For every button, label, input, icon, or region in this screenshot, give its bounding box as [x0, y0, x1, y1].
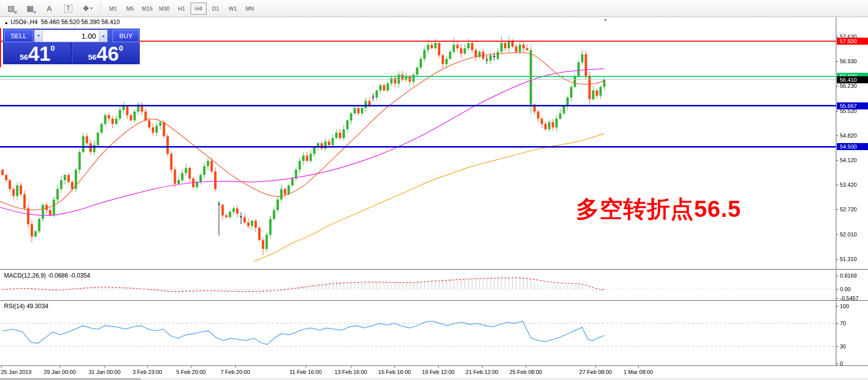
- volume-decrease-button[interactable]: ▼: [34, 30, 43, 42]
- volume-increase-button[interactable]: ▲: [99, 30, 108, 42]
- timeframe-mn[interactable]: MN: [242, 3, 258, 15]
- sell-price-display[interactable]: 56410: [4, 43, 71, 64]
- time-tickmark: [351, 366, 351, 368]
- time-label: 11 Feb 16:00: [290, 369, 322, 375]
- time-label: 13 Feb 16:00: [335, 369, 367, 375]
- scrollbar-thumb[interactable]: [0, 378, 141, 380]
- time-tickmark: [482, 366, 483, 368]
- timeframe-buttons: M1M5M15M30H1H4D1W1MN: [105, 3, 258, 15]
- price-tickmark: [836, 136, 838, 136]
- price-tick-label: 54.820: [840, 132, 857, 139]
- timeframe-h1[interactable]: H1: [173, 3, 189, 15]
- rsi-tick-label: 30: [840, 343, 846, 350]
- chart-quotes: 56.460 56.520 56.390 56.410: [41, 19, 120, 26]
- time-tickmark: [60, 366, 60, 368]
- red-vline-object: [0, 28, 1, 67]
- time-tickmark: [596, 366, 596, 368]
- collapse-arrow-icon[interactable]: ▲: [4, 20, 9, 25]
- macd-tickmark: [836, 289, 838, 290]
- time-label: 29 Jan 00:00: [44, 369, 76, 375]
- rsi-tickmark: [836, 346, 838, 347]
- chart-ohlc-header: ▲USOil-,H4 56.460 56.520 56.390 56.410: [4, 19, 120, 26]
- price-scale[interactable]: 57.63056.93056.23055.52054.82054.12053.4…: [836, 17, 868, 269]
- volume-stepper: ▼ ▲: [34, 30, 108, 42]
- rsi-tick-label: 100: [840, 303, 849, 310]
- rsi-tickmark: [836, 363, 838, 364]
- price-tickmark: [836, 61, 838, 62]
- time-label: 1 Mar 08:00: [624, 369, 653, 375]
- price-tick-label: 53.420: [840, 181, 857, 188]
- price-tickmark: [836, 234, 838, 235]
- price-tickmark: [836, 160, 838, 161]
- toolbar: ▨E▦FAT❖▾ M1M5M15M30H1H4D1W1MN: [0, 0, 868, 17]
- timeframe-d1[interactable]: D1: [208, 3, 224, 15]
- price-tick-label: 54.120: [840, 157, 857, 164]
- timeframe-m30[interactable]: M30: [156, 3, 172, 15]
- macd-scale[interactable]: 0.81690.00-0.5457: [836, 271, 868, 300]
- styles-icon[interactable]: ❖▾: [80, 2, 94, 15]
- time-tickmark: [526, 366, 526, 368]
- rsi-panel: 10070300 RSI(14) 49.3034: [0, 301, 868, 366]
- macd-label: MACD(12,26,9) -0.0686 -0.0354: [4, 272, 90, 279]
- time-tickmark: [105, 366, 105, 368]
- macd-values: -0.0686 -0.0354: [48, 272, 90, 279]
- time-tickmark: [638, 366, 639, 368]
- volume-input[interactable]: [43, 30, 99, 42]
- timeframe-m15[interactable]: M15: [139, 3, 155, 15]
- price-tick-label: 56.930: [840, 58, 857, 65]
- toolbar-tools: ▨E▦FAT❖▾: [0, 2, 94, 15]
- time-tickmark: [395, 366, 395, 368]
- macd-tick-label: 0.8169: [840, 272, 857, 279]
- macd-panel: 0.81690.00-0.5457 MACD(12,26,9) -0.0686 …: [0, 271, 868, 301]
- rsi-values: 49.3034: [27, 303, 48, 310]
- rsi-tick-label: 70: [840, 320, 846, 327]
- chart-annotation: 多空转折点56.5: [576, 194, 741, 225]
- timeframe-h4[interactable]: H4: [190, 3, 207, 15]
- time-label: 27 Feb 08:00: [580, 369, 612, 375]
- price-tickmark: [836, 37, 838, 37]
- price-tickmark: [836, 111, 838, 111]
- pattern-fill-icon[interactable]: ▨E: [4, 2, 18, 15]
- chart-shift-marker-icon[interactable]: ▼: [603, 18, 608, 23]
- price-badge-54.500: 54.500: [837, 143, 868, 150]
- price-tickmark: [836, 209, 838, 210]
- grid-fill-icon[interactable]: ▦F: [23, 2, 37, 15]
- rsi-canvas[interactable]: [0, 301, 836, 365]
- macd-canvas[interactable]: [0, 271, 836, 300]
- price-tick-label: 56.230: [840, 82, 857, 89]
- time-tickmark: [235, 366, 236, 368]
- price-tick-label: 52.720: [840, 206, 857, 213]
- timeframe-w1[interactable]: W1: [225, 3, 241, 15]
- time-label: 15 Feb 16:00: [378, 369, 411, 375]
- buy-price-display[interactable]: 56460: [72, 43, 139, 64]
- horizontal-scrollbar[interactable]: [0, 378, 868, 380]
- font-icon[interactable]: A: [42, 2, 56, 15]
- time-tickmark: [438, 366, 439, 368]
- macd-tickmark: [836, 298, 838, 299]
- time-tickmark: [306, 366, 306, 368]
- price-tickmark: [836, 259, 838, 260]
- toolbar-separator: [101, 3, 101, 14]
- price-tick-label: 51.310: [840, 256, 857, 263]
- timeframe-m5[interactable]: M5: [122, 3, 138, 15]
- time-label: 25 Feb 08:00: [510, 369, 542, 375]
- price-tickmark: [836, 86, 838, 86]
- time-tickmark: [1, 366, 2, 368]
- time-tickmark: [191, 366, 191, 368]
- time-label: 7 Feb 20:00: [221, 369, 250, 375]
- mt4-window: ▨E▦FAT❖▾ M1M5M15M30H1H4D1W1MN 57.63056.9…: [0, 0, 868, 380]
- timeframe-m1[interactable]: M1: [105, 3, 121, 15]
- time-label: 21 Feb 12:00: [466, 369, 499, 375]
- text-label-icon[interactable]: T: [61, 2, 75, 15]
- price-badge-57.500: 57.500: [837, 38, 868, 45]
- time-label: 5 Feb 20:00: [176, 369, 206, 375]
- time-axis[interactable]: 25 Jan 201929 Jan 00:0031 Jan 00:003 Feb…: [0, 366, 868, 380]
- rsi-scale[interactable]: 10070300: [836, 301, 868, 365]
- time-label: 19 Feb 12:00: [422, 369, 455, 375]
- sell-button[interactable]: SELL: [4, 30, 33, 42]
- buy-button[interactable]: BUY: [113, 30, 139, 42]
- time-label: 3 Feb 23:00: [133, 369, 162, 375]
- main-chart-panel: 57.63056.93056.23055.52054.82054.12053.4…: [0, 17, 868, 270]
- rsi-label: RSI(14) 49.3034: [4, 303, 48, 310]
- price-badge-56.410: 56.410: [837, 76, 868, 83]
